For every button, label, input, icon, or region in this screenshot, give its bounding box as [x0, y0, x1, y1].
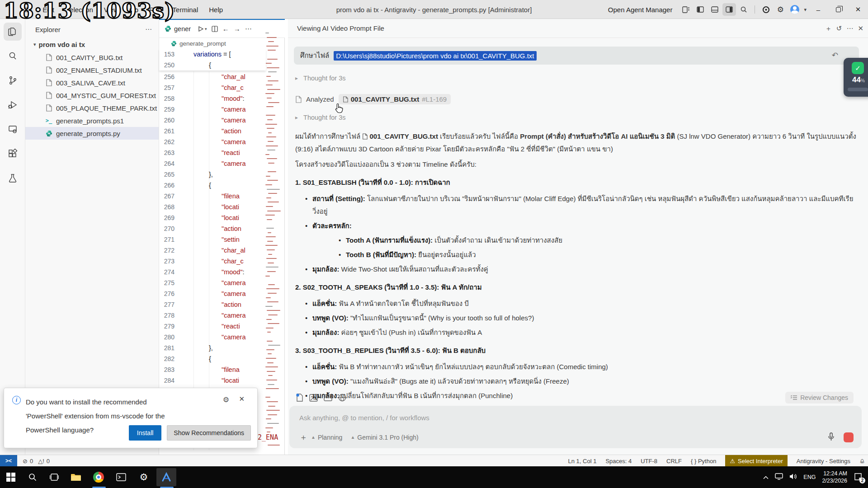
install-button[interactable]: Install — [129, 425, 162, 441]
file-generate_prompts.py[interactable]: generate_prompts.py — [25, 127, 159, 140]
editor-more-icon[interactable]: ⋯ — [243, 25, 254, 33]
tree-root-folder[interactable]: ▾ prom vdo ai tx — [25, 38, 159, 51]
menu-help[interactable]: Help — [204, 4, 227, 15]
minimize-button[interactable]: – — [808, 0, 828, 19]
toggle-bottom-panel-icon[interactable] — [708, 3, 722, 16]
attach-file-icon[interactable] — [295, 393, 303, 402]
problems-status[interactable]: ⊘0 △!0 — [23, 455, 50, 467]
user-file-prompt[interactable]: ศึกษาไฟล์ D:\Users\sj88studio\Pictures\p… — [294, 47, 859, 65]
code-line: 283"filena — [159, 364, 266, 375]
tray-clock[interactable]: 12:24 AM 2/23/2026 — [822, 470, 847, 484]
split-editor-icon[interactable] — [209, 26, 220, 32]
new-conversation-icon[interactable]: ＋ — [825, 24, 832, 33]
open-agent-manager-button[interactable]: Open Agent Manager — [608, 6, 673, 14]
section-heading-3: 3. S03_TOOTH_B_REPLIES (วินาทีที่ 3.5 - … — [295, 344, 859, 357]
code-line: 258"mood": — [159, 93, 266, 104]
thought-row-2[interactable]: ▸ Thought for 3s — [295, 114, 346, 121]
language-mode[interactable]: { } Python — [691, 458, 716, 465]
search-sidebar-icon[interactable] — [4, 47, 22, 65]
toast-close-icon[interactable]: ✕ — [239, 395, 245, 403]
customize-layout-icon[interactable] — [679, 3, 693, 16]
bullet-item: Tooth B (ฟันที่มีปัญหา): ยืนอยู่ตรงนั้นอ… — [295, 249, 859, 261]
toggle-right-panel-icon[interactable] — [722, 3, 736, 16]
source-control-icon[interactable] — [4, 71, 22, 89]
code-line: 265}, — [159, 169, 266, 180]
explorer-more-icon[interactable]: ⋯ — [145, 25, 152, 33]
txt-file-icon — [45, 92, 52, 99]
file-generate_prompts.ps1[interactable]: >_ generate_prompts.ps1 — [25, 114, 159, 127]
intro-paragraph: ผมได้ทำการศึกษาไฟล์ 001_CAVITY_BUG.txt เ… — [295, 130, 859, 155]
minimap[interactable] — [265, 33, 283, 450]
code-line: 282{ — [159, 353, 266, 364]
code-line: 260"camera — [159, 115, 266, 126]
eol-sequence[interactable]: CRLF — [666, 458, 682, 465]
tab-generate-prompts[interactable]: gener — [159, 25, 193, 33]
image-icon[interactable] — [309, 394, 318, 402]
browser-icon[interactable] — [759, 3, 773, 16]
task-view-icon[interactable] — [44, 468, 64, 486]
encoding[interactable]: UTF-8 — [641, 458, 657, 465]
tray-chevron-icon[interactable] — [763, 473, 769, 481]
run-debug-icon[interactable] — [4, 96, 22, 114]
tray-volume-icon[interactable] — [789, 473, 797, 482]
file-003_SALIVA_CAVE.txt[interactable]: 003_SALIVA_CAVE.txt — [25, 76, 159, 89]
settings-gear-icon[interactable]: ⚙ — [774, 3, 787, 16]
file-explorer-icon[interactable] — [66, 468, 86, 486]
extensions-icon[interactable] — [4, 145, 22, 163]
thought-row-1[interactable]: ▸ Thought for 3s — [295, 75, 346, 82]
breadcrumb[interactable]: generate_prompt — [159, 38, 226, 49]
run-python-file-icon[interactable]: ▾ — [195, 26, 209, 32]
account-avatar[interactable] — [788, 3, 802, 16]
txt-file-icon — [45, 79, 52, 86]
explorer-icon[interactable] — [4, 23, 22, 41]
remote-explorer-icon[interactable] — [4, 120, 22, 138]
account-chevron-icon[interactable]: ▾ — [804, 7, 807, 13]
restore-button[interactable] — [828, 0, 848, 19]
settings-icon[interactable]: ⚙ — [134, 468, 154, 486]
panel-more-icon[interactable]: ⋯ — [846, 24, 853, 33]
antigravity-app-icon[interactable] — [156, 468, 176, 486]
show-recommendations-button[interactable]: Show Recommendations — [167, 425, 251, 441]
select-interpreter-button[interactable]: ⚠ Select Interpreter — [725, 455, 787, 467]
chrome-icon[interactable] — [89, 468, 108, 486]
file-002_ENAMEL_STADIUM.txt[interactable]: 002_ENAMEL_STADIUM.txt — [25, 64, 159, 76]
card-icon[interactable] — [324, 394, 332, 401]
lab-flask-icon[interactable] — [4, 169, 22, 187]
tray-monitor-icon[interactable] — [775, 473, 783, 482]
inline-file-chip[interactable]: 001_CAVITY_BUG.txt — [362, 132, 438, 140]
analyzed-file-pill[interactable]: 001_CAVITY_BUG.txt #L1-169 — [339, 94, 451, 104]
settings-status[interactable]: Antigravity - Settings — [797, 458, 850, 465]
remote-indicator[interactable]: >< — [0, 455, 17, 467]
security-extension-badge[interactable]: ✓ 44% — [844, 58, 868, 97]
taskbar-search-icon[interactable] — [23, 468, 42, 486]
txt-file-icon — [45, 66, 52, 74]
toast-gear-icon[interactable]: ⚙ — [223, 395, 229, 404]
file-004_MYSTIC_GUM_FOREST.txt[interactable]: 004_MYSTIC_GUM_FOREST.txt — [25, 89, 159, 102]
cursor-position[interactable]: Ln 1, Col 1 — [568, 458, 597, 465]
file-005_PLAQUE_THEME_PARK.txt[interactable]: 005_PLAQUE_THEME_PARK.txt — [25, 102, 159, 114]
chat-input-box[interactable]: Ask anything, @ to mention, / for workfl… — [289, 406, 862, 448]
add-context-icon[interactable]: ＋ — [299, 432, 307, 443]
globe-icon[interactable] — [338, 394, 346, 402]
tray-language[interactable]: ENG — [803, 474, 816, 480]
history-icon[interactable]: ↺ — [836, 24, 842, 33]
review-changes-button[interactable]: Review Changes — [785, 392, 854, 404]
panel-close-icon[interactable]: ✕ — [858, 24, 863, 33]
stop-generation-button[interactable] — [844, 432, 854, 442]
start-button[interactable] — [1, 468, 21, 486]
mode-selector[interactable]: ▲Planning — [311, 434, 342, 441]
model-selector[interactable]: ▲Gemini 3.1 Pro (High) — [350, 434, 418, 441]
microphone-icon[interactable] — [828, 432, 835, 442]
notification-center-icon[interactable]: 2 — [854, 472, 863, 482]
close-button[interactable]: ✕ — [848, 0, 868, 19]
indentation[interactable]: Spaces: 4 — [605, 458, 632, 465]
notifications-bell-icon[interactable]: 🕭 — [859, 458, 865, 465]
toggle-left-panel-icon[interactable] — [693, 3, 707, 16]
code-line: 268"locati — [159, 202, 266, 212]
file-001_CAVITY_BUG.txt[interactable]: 001_CAVITY_BUG.txt — [25, 51, 159, 64]
nav-forward-icon[interactable]: → — [231, 25, 243, 33]
undo-icon[interactable]: ↶ — [832, 51, 838, 60]
nav-back-icon[interactable]: ← — [220, 25, 231, 33]
terminal-icon[interactable] — [111, 468, 131, 486]
search-icon[interactable] — [737, 3, 750, 16]
